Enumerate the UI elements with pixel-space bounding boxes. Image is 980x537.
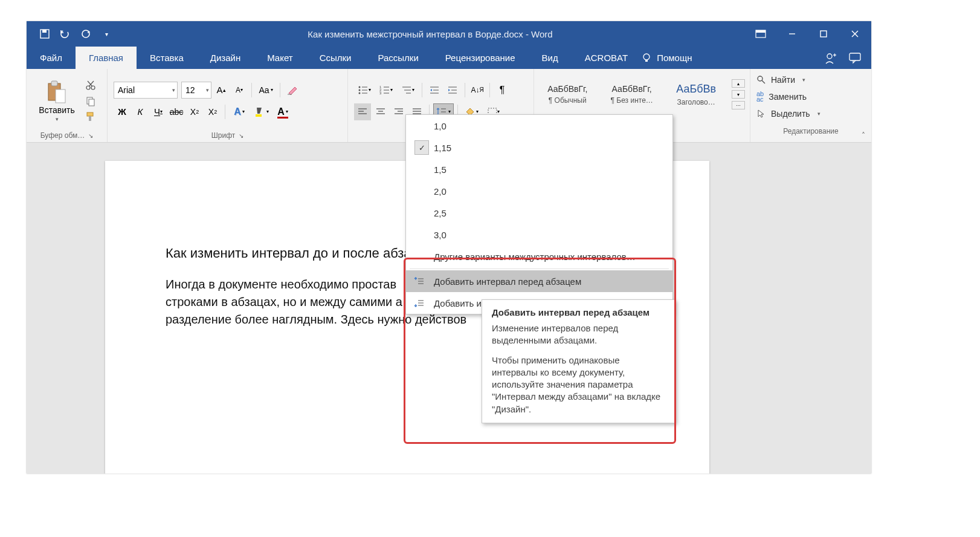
group-clipboard: Вставить ▾ Буфер обм…↘ [27,69,108,142]
maximize-button[interactable] [808,21,839,47]
svg-point-11 [827,54,832,59]
font-name-combo[interactable]: Arial▾ [114,82,178,99]
add-space-before-label: Добавить интервал перед абзацем [434,276,581,287]
align-right-button[interactable] [390,103,407,120]
sort-button[interactable]: A↓Я [469,82,486,99]
replace-icon: abac [756,91,764,102]
increase-indent-button[interactable] [444,82,461,99]
clipboard-icon [46,80,68,104]
tab-insert[interactable]: Вставка [137,47,197,69]
svg-point-18 [86,86,90,90]
spacing-options[interactable]: Другие варианты междустрочных интервалов… [406,246,672,267]
paste-label: Вставить [39,105,74,115]
redo-button[interactable] [77,25,94,42]
text-effects-button[interactable]: A▾ [229,103,250,120]
close-button[interactable] [840,21,870,47]
find-button[interactable]: Найти ▾ [756,73,865,87]
svg-rect-25 [89,116,91,121]
align-center-button[interactable] [372,103,389,120]
save-button[interactable] [36,25,53,42]
style-heading1[interactable]: АаБбВв Заголово… [668,73,724,116]
decrease-indent-button[interactable] [426,82,443,99]
tab-references[interactable]: Ссылки [306,47,365,69]
highlight-button[interactable]: ▾ [251,103,271,120]
show-marks-button[interactable]: ¶ [494,82,511,99]
tab-mailings[interactable]: Рассылки [364,47,431,69]
tell-me-search[interactable]: Помощн [641,47,692,69]
doc-body-text: строками в абзацах, но и между самими а [166,295,402,308]
style-nospacing[interactable]: АаБбВвГг, ¶ Без инте… [603,73,660,116]
styles-more[interactable]: ▴▾⋯ [732,79,745,109]
grow-font-button[interactable]: A▴ [213,82,230,99]
group-font: Arial▾ 12▾ A▴ A▾ Aa▾ Ж К Ч ▾ abє [108,69,348,142]
clipboard-dialog-launcher[interactable]: ↘ [88,132,93,139]
qat-customize-button[interactable]: ▾ [98,25,115,42]
superscript-button[interactable]: X2 [204,103,221,120]
tab-review[interactable]: Рецензирование [432,47,529,69]
spacing-2-0[interactable]: 2,0 [406,180,672,202]
style-normal[interactable]: АаБбВвГг, ¶ Обычный [539,73,596,116]
underline-button[interactable]: Ч ▾ [150,103,167,120]
font-name-value: Arial [118,85,135,95]
tab-view[interactable]: Вид [529,47,572,69]
collapse-ribbon-button[interactable]: ˄ [862,131,865,140]
svg-point-66 [758,76,762,81]
add-space-before[interactable]: Добавить интервал перед абзацем [406,270,672,292]
svg-rect-24 [87,112,93,116]
multilevel-button[interactable]: ▾ [398,82,418,99]
font-color-button[interactable]: A▾ [272,103,293,120]
font-dialog-launcher[interactable]: ↘ [239,132,243,139]
bullets-button[interactable]: ▾ [354,82,375,99]
font-size-combo[interactable]: 12▾ [181,82,211,99]
tell-me-label: Помощн [657,53,692,63]
comments-button[interactable] [848,52,862,64]
svg-rect-1 [42,30,47,33]
cut-button[interactable] [83,79,98,91]
tab-layout[interactable]: Макет [254,47,306,69]
style-sample: АаБбВвГг, [547,84,587,94]
numbering-button[interactable]: 123▾ [376,82,396,99]
spacing-2-5[interactable]: 2,5 [406,202,672,224]
tab-acrobat[interactable]: ACROBAT [572,47,641,69]
italic-button[interactable]: К [132,103,149,120]
subscript-button[interactable]: X2 [186,103,203,120]
svg-point-29 [359,89,361,91]
svg-point-9 [643,54,650,60]
tab-file[interactable]: Файл [27,47,76,69]
svg-rect-23 [89,99,94,106]
svg-point-28 [359,86,361,88]
select-button[interactable]: Выделить ▾ [756,106,865,121]
align-left-button[interactable] [354,103,371,120]
find-label: Найти [771,75,795,85]
space-after-icon [412,298,427,308]
group-editing-label: Редактирование [783,127,838,135]
paste-button[interactable]: Вставить ▾ [33,74,81,128]
undo-button[interactable] [57,25,74,42]
tooltip-text: Изменение интервалов перед выделенными а… [492,322,666,347]
tooltip: Добавить интервал перед абзацем Изменени… [482,299,676,423]
line-spacing-dropdown: 1,0 1,15 1,5 2,0 2,5 3,0 Другие варианты… [405,114,673,314]
replace-button[interactable]: abac Заменить [756,90,865,104]
strikethrough-button[interactable]: abє [168,103,185,120]
spacing-1-5[interactable]: 1,5 [406,158,672,180]
style-caption: ¶ Без инте… [611,96,653,105]
spacing-3-0[interactable]: 3,0 [406,224,672,246]
format-painter-button[interactable] [83,111,98,123]
tab-home[interactable]: Главная [76,47,137,69]
cursor-icon [756,109,766,119]
shrink-font-button[interactable]: A▾ [231,82,248,99]
ribbon-options-button[interactable] [746,21,776,47]
tab-design[interactable]: Дизайн [197,47,254,69]
minimize-button[interactable] [777,21,807,47]
spacing-1-0[interactable]: 1,0 [406,115,672,137]
bold-button[interactable]: Ж [114,103,131,120]
change-case-button[interactable]: Aa▾ [256,82,276,99]
spacing-1-15[interactable]: 1,15 [406,137,672,158]
svg-rect-14 [849,53,860,60]
style-caption: Заголово… [677,98,715,106]
style-sample: АаБбВв [676,83,716,96]
share-button[interactable] [824,51,837,65]
clear-formatting-button[interactable] [284,82,301,99]
copy-button[interactable] [83,95,98,107]
font-size-value: 12 [185,85,195,95]
